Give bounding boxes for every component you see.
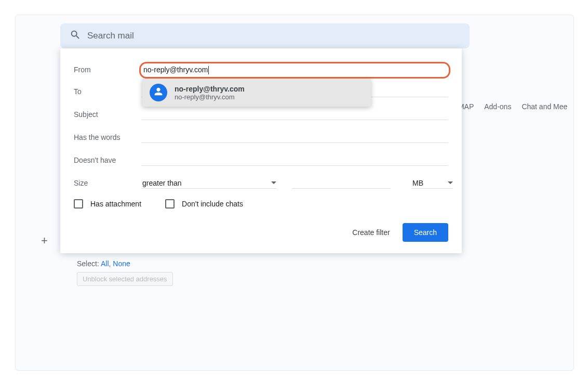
chevron-down-icon bbox=[271, 181, 276, 184]
size-operator-value: greater than bbox=[142, 179, 182, 187]
size-value-input[interactable] bbox=[292, 177, 391, 189]
size-operator-select[interactable]: greater than bbox=[141, 177, 276, 189]
suggestion-email: no-reply@thryv.com bbox=[175, 93, 245, 101]
person-icon bbox=[153, 86, 164, 99]
blocked-addresses-section: Select: All, None Unblock selected addre… bbox=[77, 259, 173, 286]
suggestion-text: no-reply@thryv.com no-reply@thryv.com bbox=[175, 85, 245, 101]
label-from: From bbox=[74, 66, 141, 74]
suggestion-name: no-reply@thryv.com bbox=[175, 85, 245, 93]
row-has-words: Has the words bbox=[74, 132, 448, 143]
has-attachment-label: Has attachment bbox=[90, 200, 141, 208]
label-doesnt-have: Doesn't have bbox=[74, 156, 141, 164]
row-doesnt-have: Doesn't have bbox=[74, 154, 448, 166]
compose-plus-icon[interactable]: + bbox=[41, 235, 48, 246]
size-unit-value: MB bbox=[412, 179, 423, 187]
from-input[interactable]: no-reply@thryv.com bbox=[141, 65, 448, 74]
create-filter-button[interactable]: Create filter bbox=[352, 228, 390, 237]
doesnt-have-input[interactable] bbox=[141, 154, 448, 166]
select-all-link[interactable]: All bbox=[101, 259, 109, 268]
label-size: Size bbox=[74, 179, 141, 187]
filter-actions: Create filter Search bbox=[74, 223, 448, 242]
autocomplete-suggestion: no-reply@thryv.com no-reply@thryv.com bbox=[142, 79, 371, 107]
search-button[interactable]: Search bbox=[403, 223, 448, 242]
label-to: To bbox=[74, 87, 141, 96]
dont-include-chats-checkbox[interactable] bbox=[165, 199, 175, 209]
search-placeholder: Search mail bbox=[87, 31, 134, 41]
select-none-link[interactable]: None bbox=[113, 259, 130, 268]
tab-chat[interactable]: Chat and Mee bbox=[522, 102, 567, 111]
row-size: Size greater than MB bbox=[74, 177, 448, 189]
label-has-words: Has the words bbox=[74, 133, 141, 141]
search-bar[interactable]: Search mail bbox=[60, 23, 470, 48]
tab-addons[interactable]: Add-ons bbox=[484, 102, 511, 111]
size-unit-select[interactable]: MB bbox=[411, 177, 453, 189]
label-subject: Subject bbox=[74, 110, 141, 119]
has-attachment-checkbox[interactable] bbox=[74, 199, 83, 209]
suggestion-item[interactable]: no-reply@thryv.com no-reply@thryv.com bbox=[142, 79, 371, 107]
unblock-button[interactable]: Unblock selected addresses bbox=[77, 272, 173, 286]
row-subject: Subject bbox=[74, 109, 448, 120]
avatar bbox=[150, 84, 167, 101]
dont-include-chats-label: Don't include chats bbox=[182, 200, 243, 208]
chevron-down-icon bbox=[448, 181, 453, 184]
row-from: From no-reply@thryv.com bbox=[74, 65, 448, 74]
checkbox-row: Has attachment Don't include chats bbox=[74, 199, 448, 209]
search-icon bbox=[70, 29, 81, 43]
text-caret bbox=[208, 66, 209, 74]
has-words-input[interactable] bbox=[141, 132, 448, 143]
settings-panel: Search mail IMAP Add-ons Chat and Mee + … bbox=[15, 15, 574, 371]
select-label: Select: bbox=[77, 259, 99, 268]
settings-tabs: IMAP Add-ons Chat and Mee bbox=[456, 102, 567, 111]
subject-input[interactable] bbox=[141, 109, 448, 120]
from-value: no-reply@thryv.com bbox=[141, 66, 208, 74]
